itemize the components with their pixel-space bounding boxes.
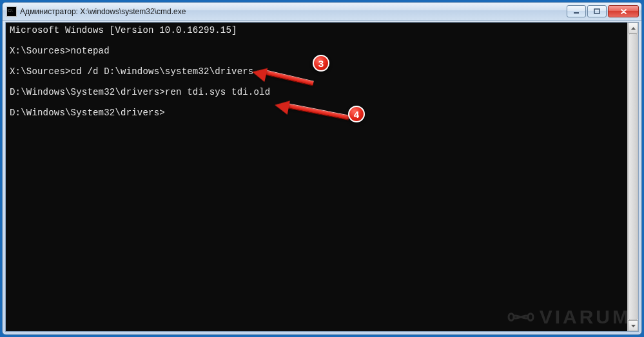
scrollbar-thumb[interactable]	[629, 34, 638, 320]
titlebar[interactable]: C:\ Администратор: X:\windows\system32\c…	[3, 3, 641, 21]
client-area: Microsoft Windows [Version 10.0.16299.15…	[5, 22, 639, 332]
cmd-window: C:\ Администратор: X:\windows\system32\c…	[2, 2, 642, 335]
svg-text:C:\: C:\	[8, 8, 13, 12]
terminal-output[interactable]: Microsoft Windows [Version 10.0.16299.15…	[6, 23, 627, 331]
vertical-scrollbar[interactable]	[627, 23, 638, 331]
window-title: Администратор: X:\windows\system32\cmd.e…	[20, 7, 567, 16]
minimize-button[interactable]	[567, 5, 586, 17]
close-button[interactable]	[608, 5, 639, 17]
scrollbar-track[interactable]	[628, 34, 638, 320]
svg-rect-3	[574, 12, 579, 14]
scroll-down-button[interactable]	[628, 320, 638, 331]
scroll-up-button[interactable]	[628, 23, 638, 34]
cmd-icon: C:\	[6, 6, 17, 17]
window-controls	[567, 5, 639, 17]
maximize-button[interactable]	[587, 5, 607, 17]
svg-rect-4	[594, 9, 600, 14]
